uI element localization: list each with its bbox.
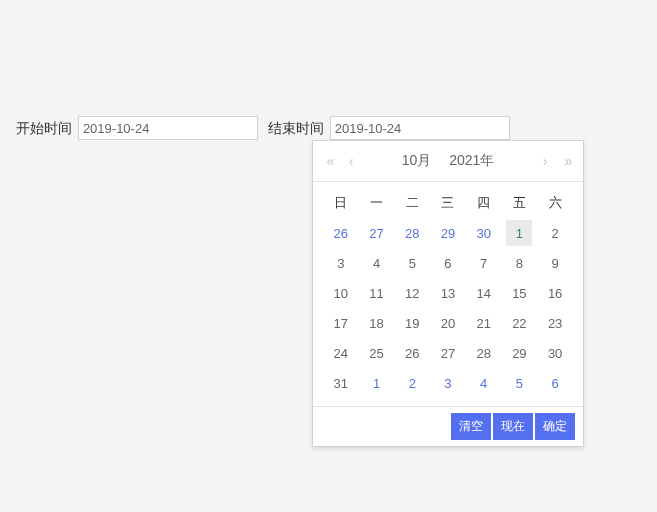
calendar-day[interactable]: 20 xyxy=(430,308,466,338)
weekday-header: 六 xyxy=(537,188,573,218)
calendar-day[interactable]: 29 xyxy=(502,338,538,368)
calendar-day[interactable]: 8 xyxy=(502,248,538,278)
calendar-day[interactable]: 23 xyxy=(537,308,573,338)
weekday-header: 五 xyxy=(502,188,538,218)
calendar-day[interactable]: 12 xyxy=(394,278,430,308)
start-date-label: 开始时间 xyxy=(16,120,72,136)
calendar-day[interactable]: 27 xyxy=(359,218,395,248)
calendar-day[interactable]: 10 xyxy=(323,278,359,308)
calendar-day[interactable]: 5 xyxy=(394,248,430,278)
calendar-day[interactable]: 2 xyxy=(394,368,430,398)
weekday-header: 日 xyxy=(323,188,359,218)
calendar-day[interactable]: 3 xyxy=(323,248,359,278)
calendar-day[interactable]: 21 xyxy=(466,308,502,338)
calendar-day[interactable]: 6 xyxy=(430,248,466,278)
header-month[interactable]: 10月 xyxy=(402,152,432,170)
calendar-day[interactable]: 11 xyxy=(359,278,395,308)
date-picker-panel: « ‹ 10月 2021年 › » 日一二三四五六 26272829301234… xyxy=(312,140,584,447)
calendar-day[interactable]: 31 xyxy=(323,368,359,398)
calendar-day[interactable]: 9 xyxy=(537,248,573,278)
header-year[interactable]: 2021年 xyxy=(449,152,494,170)
calendar-day[interactable]: 29 xyxy=(430,218,466,248)
weekday-header: 二 xyxy=(394,188,430,218)
prev-year-icon[interactable]: « xyxy=(319,151,339,171)
date-picker-footer: 清空 现在 确定 xyxy=(313,406,583,446)
end-date-input[interactable] xyxy=(330,116,510,140)
calendar-day[interactable]: 24 xyxy=(323,338,359,368)
calendar-day[interactable]: 26 xyxy=(394,338,430,368)
calendar-day[interactable]: 28 xyxy=(466,338,502,368)
clear-button[interactable]: 清空 xyxy=(451,413,491,440)
confirm-button[interactable]: 确定 xyxy=(535,413,575,440)
weekday-header: 四 xyxy=(466,188,502,218)
calendar-day[interactable]: 28 xyxy=(394,218,430,248)
calendar-day[interactable]: 30 xyxy=(537,338,573,368)
calendar-day[interactable]: 13 xyxy=(430,278,466,308)
calendar-day[interactable]: 6 xyxy=(537,368,573,398)
date-range-form: 开始时间 结束时间 xyxy=(16,116,520,140)
calendar-day[interactable]: 30 xyxy=(466,218,502,248)
calendar-day[interactable]: 25 xyxy=(359,338,395,368)
end-date-label: 结束时间 xyxy=(268,120,324,136)
calendar-day[interactable]: 7 xyxy=(466,248,502,278)
calendar-day[interactable]: 19 xyxy=(394,308,430,338)
start-date-input[interactable] xyxy=(78,116,258,140)
calendar-day[interactable]: 17 xyxy=(323,308,359,338)
now-button[interactable]: 现在 xyxy=(493,413,533,440)
date-picker-header: « ‹ 10月 2021年 › » xyxy=(313,141,583,182)
calendar-day[interactable]: 1 xyxy=(502,218,538,248)
prev-month-icon[interactable]: ‹ xyxy=(341,151,361,171)
weekday-header: 三 xyxy=(430,188,466,218)
calendar-day[interactable]: 4 xyxy=(466,368,502,398)
calendar-day[interactable]: 2 xyxy=(537,218,573,248)
calendar-day[interactable]: 22 xyxy=(502,308,538,338)
calendar-day[interactable]: 4 xyxy=(359,248,395,278)
calendar-day[interactable]: 3 xyxy=(430,368,466,398)
calendar-day[interactable]: 15 xyxy=(502,278,538,308)
calendar-day[interactable]: 5 xyxy=(502,368,538,398)
calendar-day[interactable]: 27 xyxy=(430,338,466,368)
calendar-day[interactable]: 14 xyxy=(466,278,502,308)
calendar-day[interactable]: 16 xyxy=(537,278,573,308)
next-month-icon[interactable]: › xyxy=(535,151,555,171)
date-picker-body: 日一二三四五六 26272829301234567891011121314151… xyxy=(313,182,583,406)
calendar-day[interactable]: 18 xyxy=(359,308,395,338)
weekday-header: 一 xyxy=(359,188,395,218)
next-year-icon[interactable]: » xyxy=(557,151,577,171)
calendar-day[interactable]: 26 xyxy=(323,218,359,248)
calendar-day[interactable]: 1 xyxy=(359,368,395,398)
